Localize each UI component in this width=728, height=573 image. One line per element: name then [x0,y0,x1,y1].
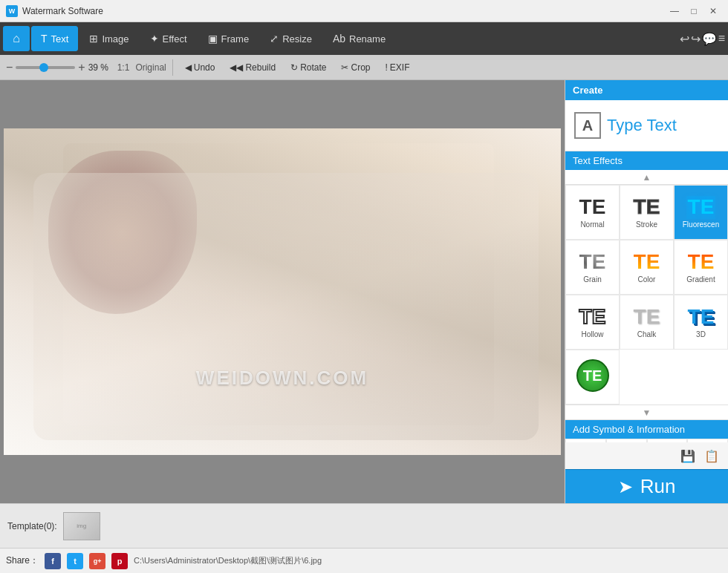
undo-icon: ◀ [185,62,192,73]
run-button[interactable]: ➤ Run [565,469,728,503]
undo-label: Undo [194,62,215,73]
effect-stroke-label: Stroke [636,220,657,229]
right-panel: Create A Type Text Text Effects ▲ TE Nor… [565,80,728,503]
rotate-label: Rotate [300,62,326,73]
crop-icon: ✂ [341,62,348,73]
effect-normal[interactable]: TE Normal [565,185,620,240]
effect-3d[interactable]: TE 3D [674,295,728,350]
googleplus-button[interactable]: g+ [89,553,105,569]
effect-hollow[interactable]: TE Hollow [565,295,620,350]
tab-text-label: Text [51,33,69,45]
effect-normal-label: Normal [580,220,604,229]
home-button[interactable]: ⌂ [3,26,30,51]
effect-hollow-text: TE [579,306,606,329]
effect-3d-label: 3D [696,330,706,338]
effect-badge[interactable]: TE [565,350,620,405]
effect-fluorescent-text: TE [686,196,716,219]
run-icon: ➤ [618,477,633,497]
scroll-down-arrow[interactable]: ▼ [565,405,728,420]
effect-fluorescent[interactable]: TE Fluorescen [674,185,728,240]
resize-icon: ⤢ [270,33,279,45]
save-template-button[interactable]: 💾 [677,445,698,466]
rebuild-label: Rebuild [245,62,276,73]
share-label: Share： [6,554,39,567]
symbol-title: Add Symbol & Information [565,420,728,439]
tab-rename[interactable]: Ab Rename [323,26,395,51]
effect-chalk[interactable]: TE Chalk [620,295,674,350]
rotate-button[interactable]: ↻ Rotate [285,58,332,77]
ratio-label: 1:1 [117,62,130,73]
create-title: Create [565,80,728,100]
rebuild-button[interactable]: ◀◀ Rebuild [224,58,282,77]
secondary-toolbar: − + 39 % 1:1 Original ◀ Undo ◀◀ Rebuild … [0,55,728,80]
effect-stroke-text: TE [634,196,660,219]
effect-color[interactable]: TE Color [620,240,674,295]
effect-grain[interactable]: TE Grain [565,240,620,295]
tab-effect-label: Effect [163,33,187,45]
undo-toolbar-icon[interactable]: ↩ [680,32,689,46]
template-thumbnail[interactable]: img [63,512,100,540]
text-icon: T [41,33,48,45]
effect-color-label: Color [638,275,656,284]
effect-gradient[interactable]: TE Gradient [674,240,728,295]
zoom-minus-button[interactable]: − [6,61,13,74]
scroll-up-arrow[interactable]: ▲ [565,170,728,185]
photo-canvas: WEIDOWN.COM [4,128,561,455]
effect-stroke[interactable]: TE Stroke [620,185,674,240]
type-text-label: Type Text [607,116,677,135]
facebook-button[interactable]: f [45,553,61,569]
effect-3d-text: TE [688,306,715,329]
minimize-button[interactable]: — [666,4,683,19]
undo-button[interactable]: ◀ Undo [179,58,221,77]
effect-chalk-label: Chalk [637,330,657,338]
type-text-button[interactable]: A Type Text [565,100,728,151]
zoom-slider[interactable] [16,66,75,69]
zoom-thumb[interactable] [39,63,48,72]
tab-text[interactable]: T Text [31,26,78,51]
action-icons-bar: 💾 📋 [565,442,728,469]
maximize-button[interactable]: □ [685,4,703,19]
canvas-area[interactable]: WEIDOWN.COM [0,80,565,503]
effects-title: Text Effects [565,151,728,170]
zoom-value: 39 % [88,62,114,73]
tab-resize[interactable]: ⤢ Resize [260,26,322,51]
filepath-label: C:\Users\Administrator\Desktop\截图\测试图片\6… [134,555,722,566]
redo-toolbar-icon[interactable]: ↪ [691,32,701,46]
exif-button[interactable]: ! EXIF [380,58,416,77]
crop-label: Crop [351,62,370,73]
menu-icon[interactable]: ≡ [718,32,725,45]
copy-button[interactable]: 📋 [701,445,722,466]
tab-effect[interactable]: ✦ Effect [140,26,197,51]
template-area: Template(0): img [0,503,728,548]
status-bar: Share： f t g+ p C:\Users\Administrator\D… [0,548,728,573]
main-area: WEIDOWN.COM Create A Type Text Text Effe… [0,80,728,503]
frame-icon: ▣ [208,33,218,45]
tab-frame-label: Frame [221,33,250,45]
effect-icon: ✦ [150,33,159,45]
effect-fluorescent-label: Fluorescen [683,220,719,229]
tab-frame[interactable]: ▣ Frame [198,26,259,51]
twitter-button[interactable]: t [67,553,83,569]
exif-icon: ! [386,62,388,73]
divider [172,59,173,76]
tab-image-label: Image [102,33,129,45]
app-title: Watermark Software [22,6,664,16]
chat-icon[interactable]: 💬 [702,32,717,46]
tab-image[interactable]: ⊞ Image [79,26,138,51]
effects-grid: TE Normal TE Stroke TE Fluorescen TE Gra… [565,185,728,405]
effect-hollow-label: Hollow [581,330,603,338]
original-label: Original [135,62,166,73]
app-icon: W [6,5,18,17]
tab-resize-label: Resize [282,33,312,45]
tab-rename-label: Rename [349,33,386,45]
template-label: Template(0): [7,521,57,531]
rotate-icon: ↻ [290,62,298,73]
effect-grain-label: Grain [583,275,601,284]
run-area: 💾 📋 ➤ Run [565,442,728,503]
zoom-plus-button[interactable]: + [78,61,85,74]
effect-color-text: TE [634,251,660,274]
pinterest-button[interactable]: p [111,553,128,569]
crop-button[interactable]: ✂ Crop [335,58,376,77]
rename-icon: Ab [333,33,345,45]
close-button[interactable]: ✕ [704,4,722,19]
